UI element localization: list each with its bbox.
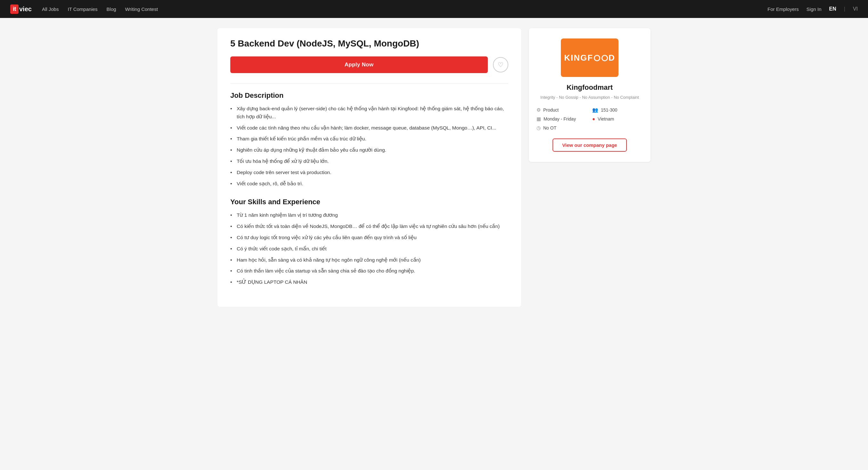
- list-item: *SỬ DỤNG LAPTOP CÁ NHÂN: [230, 278, 508, 286]
- nav-sign-in[interactable]: Sign In: [806, 6, 822, 12]
- company-card: KINGFD Kingfoodmart Integrity - No Gossi…: [529, 28, 651, 162]
- apply-row: Apply Now ♡: [230, 56, 508, 73]
- company-industry: ⚙ Product: [536, 107, 587, 113]
- skills-heading: Your Skills and Experience: [230, 198, 508, 206]
- list-item: Tham gia thiết kế kiến trúc phần mềm và …: [230, 135, 508, 143]
- gear-icon: ⚙: [536, 107, 541, 113]
- company-employees: 👥 151-300: [592, 107, 643, 113]
- logo-viec-text: viec: [19, 5, 32, 13]
- list-item: Nghiên cứu áp dụng những kỹ thuật đảm bả…: [230, 146, 508, 154]
- navbar: it viec All Jobs IT Companies Blog Writi…: [0, 0, 868, 18]
- list-item: Xây dựng back-end quản lý (server-side) …: [230, 105, 508, 121]
- view-company-page-button[interactable]: View our company page: [553, 139, 626, 152]
- nav-links: All Jobs IT Companies Blog Writing Conte…: [42, 6, 768, 12]
- nav-blog[interactable]: Blog: [107, 6, 116, 12]
- list-item: Có tư duy logic tốt trong việc xử lý các…: [230, 234, 508, 242]
- nav-right: For Employers Sign In EN | VI: [768, 6, 858, 12]
- job-title: 5 Backend Dev (NodeJS, MySQL, MongoDB): [230, 38, 508, 49]
- industry-label: Product: [543, 108, 559, 113]
- list-item: Có kiến thức tốt và toàn diện về NodeJS,…: [230, 223, 508, 231]
- job-detail-panel: 5 Backend Dev (NodeJS, MySQL, MongoDB) A…: [217, 28, 521, 307]
- company-name: Kingfoodmart: [536, 83, 643, 92]
- company-logo: KINGFD: [561, 38, 619, 77]
- nav-for-employers[interactable]: For Employers: [768, 6, 799, 12]
- calendar-icon: ▦: [536, 116, 541, 122]
- list-item: Deploy code trên server test và producti…: [230, 169, 508, 177]
- company-ot-policy: ◷ No OT: [536, 125, 587, 131]
- list-item: Viết code sạch, rõ, dễ bảo trì.: [230, 180, 508, 188]
- location-label: Vietnam: [598, 116, 614, 121]
- lang-divider: |: [844, 6, 845, 12]
- company-sidebar: KINGFD Kingfoodmart Integrity - No Gossi…: [529, 28, 651, 162]
- skills-list: Từ 1 năm kinh nghiệm làm vị trí tương đư…: [230, 211, 508, 286]
- nav-all-jobs[interactable]: All Jobs: [42, 6, 59, 12]
- lang-en[interactable]: EN: [829, 6, 836, 12]
- job-description-list: Xây dựng back-end quản lý (server-side) …: [230, 105, 508, 187]
- heart-icon: ♡: [498, 61, 503, 68]
- people-icon: 👥: [592, 107, 598, 113]
- company-working-days: ▦ Monday - Friday: [536, 116, 587, 122]
- clock-icon: ◷: [536, 125, 541, 131]
- nav-writing-contest[interactable]: Writing Contest: [125, 6, 158, 12]
- apply-now-button[interactable]: Apply Now: [230, 56, 488, 73]
- list-item: Tối ưu hóa hệ thống để xử lý dữ liệu lớn…: [230, 157, 508, 166]
- site-logo[interactable]: it viec: [10, 4, 32, 14]
- list-item: Có tinh thần làm việc của startup và sẵn…: [230, 267, 508, 275]
- list-item: Có ý thức viết code sạch, tỉ mẩn, chi ti…: [230, 245, 508, 253]
- logo-it-box: it: [10, 4, 19, 14]
- list-item: Viết code các tính năng theo nhu cầu vận…: [230, 124, 508, 132]
- save-job-button[interactable]: ♡: [493, 57, 508, 72]
- list-item: Từ 1 năm kinh nghiệm làm vị trí tương đư…: [230, 211, 508, 219]
- divider-1: [230, 83, 508, 84]
- company-tagline: Integrity - No Gossip - No Assumption - …: [536, 94, 643, 101]
- location-icon: ●: [592, 116, 595, 121]
- employees-label: 151-300: [601, 108, 617, 113]
- nav-it-companies[interactable]: IT Companies: [68, 6, 97, 12]
- company-details: ⚙ Product 👥 151-300 ▦ Monday - Friday ● …: [536, 107, 643, 131]
- company-location: ● Vietnam: [592, 116, 643, 122]
- main-layout: 5 Backend Dev (NodeJS, MySQL, MongoDB) A…: [210, 18, 658, 317]
- ot-policy-label: No OT: [543, 125, 556, 130]
- working-days-label: Monday - Friday: [544, 116, 576, 121]
- list-item: Ham học hỏi, sẵn sàng và có khả năng tự …: [230, 256, 508, 264]
- job-description-heading: Job Description: [230, 91, 508, 100]
- lang-vi[interactable]: VI: [853, 6, 858, 12]
